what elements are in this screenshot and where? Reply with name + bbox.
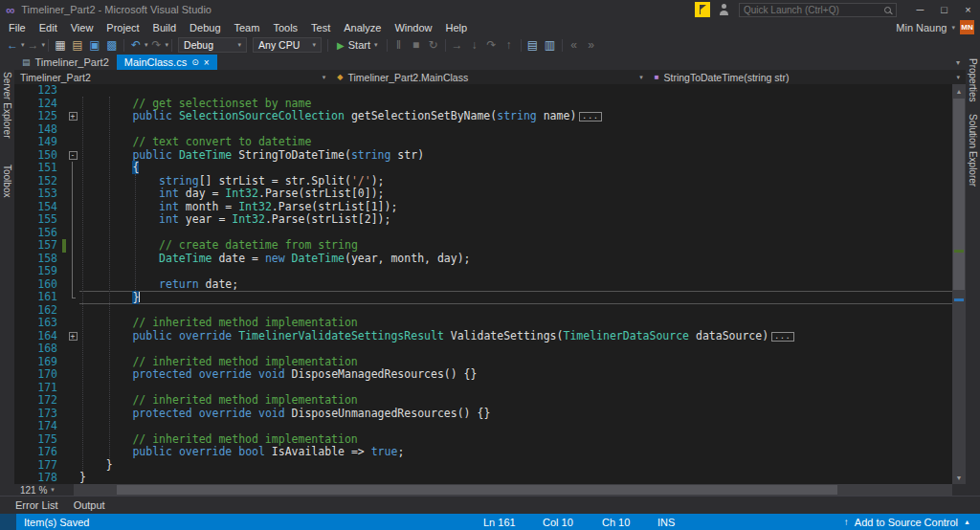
menu-help[interactable]: Help (439, 22, 475, 33)
break-all-icon[interactable]: ‖ (390, 35, 408, 55)
menu-window[interactable]: Window (388, 22, 438, 33)
show-next-statement-icon[interactable]: → (449, 35, 466, 55)
vertical-scrollbar[interactable]: ▲ ▼ (952, 84, 966, 484)
menu-build[interactable]: Build (146, 22, 183, 33)
document-list-dropdown-icon[interactable]: ▾ (950, 55, 966, 70)
add-to-source-control-button[interactable]: ↑ Add to Source Control ▲ (844, 517, 980, 528)
breakpoint-margin[interactable] (14, 239, 28, 253)
breakpoint-margin[interactable] (14, 433, 28, 447)
menu-test[interactable]: Test (304, 22, 337, 33)
breakpoint-margin[interactable] (14, 136, 28, 149)
horizontal-scrollbar-thumb[interactable] (117, 485, 837, 495)
menu-edit[interactable]: Edit (33, 22, 64, 33)
breakpoint-margin[interactable] (14, 342, 28, 356)
horizontal-scrollbar[interactable] (74, 484, 952, 496)
status-column[interactable]: Col 10 (543, 517, 602, 528)
step-over-icon[interactable]: ↷ (483, 35, 501, 55)
expand-region-icon[interactable]: + (69, 112, 78, 121)
breakpoint-margin[interactable] (14, 459, 28, 473)
navigate-backward-icon[interactable]: ← (4, 35, 21, 55)
quick-launch-input[interactable] (740, 5, 884, 15)
step-into-icon[interactable]: ↓ (466, 35, 483, 55)
uncomment-selection-icon[interactable]: ▥ (542, 35, 559, 55)
sidebar-tab-solution-explorer[interactable]: Solution Explorer (968, 114, 978, 187)
status-line[interactable]: Ln 161 (483, 517, 543, 528)
breakpoint-margin[interactable] (14, 408, 28, 421)
menu-debug[interactable]: Debug (183, 22, 227, 33)
restore-button[interactable]: □ (932, 0, 956, 19)
close-button[interactable]: × (956, 0, 980, 19)
code-lines[interactable]: 123124 // get selectionset by name125+ p… (14, 84, 952, 484)
breakpoint-margin[interactable] (14, 227, 28, 240)
notifications-flag-icon[interactable] (695, 2, 710, 17)
navigate-forward-icon[interactable]: → (25, 35, 42, 55)
sidebar-tab-server-explorer[interactable]: Server Explorer (2, 72, 12, 138)
nav-member-dropdown[interactable]: ■StringToDateTime(string str)▾ (649, 70, 966, 84)
undo-icon[interactable]: ↶ (127, 35, 145, 55)
breakpoint-margin[interactable] (14, 420, 28, 433)
save-icon[interactable]: ▣ (86, 35, 103, 55)
nav-class-dropdown[interactable]: ◆Timeliner_Part2.MainClass▾ (331, 70, 648, 84)
breakpoint-margin[interactable] (14, 162, 28, 175)
tab-timeliner-part2[interactable]: ▤Timeliner_Part2 (14, 55, 117, 70)
feedback-icon[interactable] (718, 4, 729, 15)
breakpoint-margin[interactable] (14, 188, 28, 201)
pin-icon[interactable]: ⊙ (191, 57, 199, 67)
breakpoint-margin[interactable] (14, 356, 28, 369)
breakpoint-margin[interactable] (14, 175, 28, 188)
breakpoint-margin[interactable] (14, 213, 28, 227)
breakpoint-margin[interactable] (14, 84, 28, 98)
breakpoint-margin[interactable] (14, 291, 28, 304)
new-project-icon[interactable]: ▦ (52, 35, 69, 55)
breakpoint-margin[interactable] (14, 123, 28, 137)
user-account[interactable]: Min Naung ▾ MN (896, 20, 980, 34)
save-all-icon[interactable]: ▩ (103, 35, 121, 55)
breakpoint-margin[interactable] (14, 368, 28, 382)
tab-mainclass-cs[interactable]: MainClass.cs⊙× (117, 55, 217, 70)
breakpoint-margin[interactable] (14, 265, 28, 278)
breakpoint-margin[interactable] (14, 317, 28, 330)
breakpoint-margin[interactable] (14, 98, 28, 111)
breakpoint-margin[interactable] (14, 304, 28, 318)
decrease-indent-icon[interactable]: « (566, 35, 583, 55)
breakpoint-margin[interactable] (14, 149, 28, 163)
increase-indent-icon[interactable]: » (583, 35, 600, 55)
menu-project[interactable]: Project (100, 22, 145, 33)
close-tab-icon[interactable]: × (204, 57, 210, 68)
restart-icon[interactable]: ↻ (425, 35, 442, 55)
zoom-control[interactable]: 121 % ▾ (14, 484, 74, 496)
breakpoint-margin[interactable] (14, 382, 28, 395)
menu-view[interactable]: View (64, 22, 100, 33)
menu-analyze[interactable]: Analyze (337, 22, 388, 33)
start-button[interactable]: ▶Start▾ (331, 39, 383, 51)
breakpoint-margin[interactable] (14, 278, 28, 292)
vertical-scrollbar-thumb[interactable] (953, 99, 965, 290)
sidebar-tab-properties[interactable]: Properties (968, 58, 978, 102)
breakpoint-margin[interactable] (14, 446, 28, 459)
open-file-icon[interactable]: ▤ (69, 35, 86, 55)
menu-team[interactable]: Team (228, 22, 267, 33)
menu-file[interactable]: File (2, 22, 33, 33)
comment-selection-icon[interactable]: ▤ (524, 35, 542, 55)
breakpoint-margin[interactable] (14, 201, 28, 214)
scroll-down-icon[interactable]: ▼ (952, 471, 966, 484)
solution-platforms-combo[interactable]: Any CPU▾ (253, 37, 322, 53)
step-out-icon[interactable]: ↑ (501, 35, 518, 55)
status-character[interactable]: Ch 10 (602, 517, 657, 528)
menu-tools[interactable]: Tools (266, 22, 304, 33)
breakpoint-margin[interactable] (14, 472, 28, 484)
breakpoint-margin[interactable] (14, 330, 28, 343)
sidebar-tab-toolbox[interactable]: Toolbox (2, 165, 12, 197)
collapsed-region-box[interactable]: ... (771, 332, 793, 342)
breakpoint-margin[interactable] (14, 253, 28, 266)
breakpoint-margin[interactable] (14, 110, 28, 123)
status-insert-mode[interactable]: INS (657, 517, 696, 528)
panel-tab-error-list[interactable]: Error List (8, 499, 66, 511)
minimize-button[interactable]: ─ (908, 0, 932, 19)
expand-region-icon[interactable]: + (69, 332, 78, 341)
scroll-up-icon[interactable]: ▲ (952, 84, 966, 98)
solution-configurations-combo[interactable]: Debug▾ (178, 37, 247, 53)
redo-icon[interactable]: ↷ (148, 35, 166, 55)
breakpoint-margin[interactable] (14, 394, 28, 408)
code-editor[interactable]: 123124 // get selectionset by name125+ p… (14, 84, 966, 484)
